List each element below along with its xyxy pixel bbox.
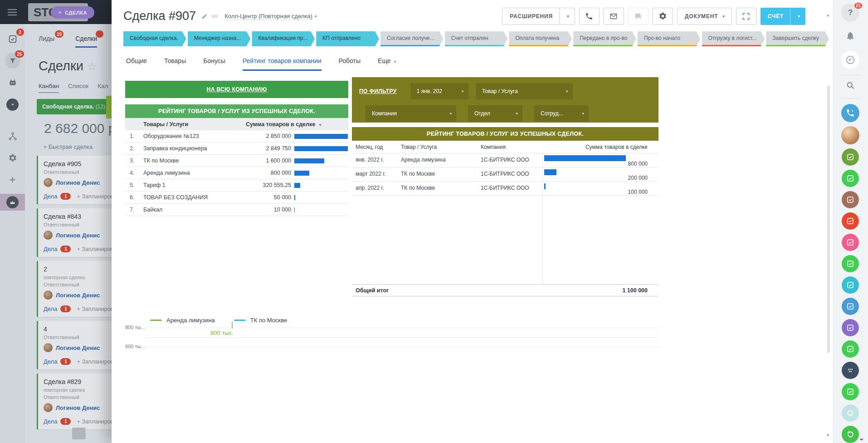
app-checkbox-icon[interactable] bbox=[842, 191, 859, 208]
rating-row[interactable]: 5.Тариф 1320 555,25 bbox=[125, 179, 348, 192]
fullscreen-button[interactable] bbox=[736, 8, 756, 25]
document-button[interactable]: ДОКУМЕНТ ▾ bbox=[677, 8, 732, 25]
stage-5[interactable]: Согласие получе... bbox=[380, 31, 444, 46]
company-rating-column-headers: Товары / Услуги Сумма товаров в сделке ▾ bbox=[125, 118, 348, 130]
deal-tab-6[interactable]: Еще ▾ bbox=[378, 57, 396, 71]
extensions-button[interactable]: РАСШИРЕНИЯ ▾ bbox=[502, 8, 575, 25]
month-cell: март 2022 г. bbox=[352, 167, 401, 181]
col-sum-header[interactable]: Сумма товаров в сделке ▾ bbox=[246, 121, 348, 128]
rating-row[interactable]: 1.Оборудование №1232 850 000 bbox=[125, 130, 348, 143]
invoice-caret-icon[interactable]: ▾ bbox=[790, 8, 805, 25]
rating-row[interactable]: 7.Байкал10 000 bbox=[125, 204, 348, 216]
report-area: НА ВСЮ КОМПАНИЮ РЕЙТИНГ ТОВАРОВ / УСЛУГ … bbox=[125, 77, 805, 349]
stage-4[interactable]: КП отправлено bbox=[316, 31, 379, 46]
copy-link-icon[interactable] bbox=[211, 13, 218, 20]
page-scroll-chevron-icon[interactable]: ⌄ bbox=[858, 434, 864, 442]
invoice-button[interactable]: СЧЁТ ▾ bbox=[761, 8, 805, 25]
by-filter-link[interactable]: ПО ФИЛЬТРУ bbox=[359, 88, 397, 94]
chat-button[interactable] bbox=[628, 8, 649, 25]
edit-pencil-icon[interactable] bbox=[201, 13, 208, 20]
value-bar bbox=[294, 158, 324, 163]
value-bar bbox=[294, 171, 309, 176]
rating-row[interactable]: 4.Аренда лимузина800 000 bbox=[125, 167, 348, 179]
app-checkbox-icon[interactable] bbox=[842, 212, 859, 230]
y-axis-tick-label: 600 ты... bbox=[125, 344, 142, 349]
legend-item[interactable]: ТК по Москве bbox=[234, 317, 287, 324]
user-avatar[interactable] bbox=[841, 126, 859, 144]
app-checkbox-icon[interactable] bbox=[842, 148, 859, 166]
rating-row[interactable]: 3.ТК по Москве1 600 000 bbox=[125, 155, 348, 167]
deal-tab-3[interactable]: Бонусы bbox=[203, 57, 225, 71]
call-button[interactable] bbox=[579, 8, 600, 25]
app-checkbox-icon[interactable] bbox=[842, 234, 859, 251]
filtered-rating-row[interactable]: апр. 2022 г.ТК по Москве1С-БИТРИКС ООО10… bbox=[352, 182, 658, 196]
stage-label: Оплата получена bbox=[515, 35, 559, 41]
filter-dropdown-1[interactable]: 1 янв. 202▾ bbox=[410, 83, 468, 99]
bar-cell bbox=[291, 195, 348, 200]
extensions-label: РАСШИРЕНИЯ bbox=[510, 13, 553, 20]
sort-caret-icon: ▾ bbox=[319, 123, 322, 127]
history-back-icon[interactable] bbox=[842, 426, 859, 443]
filter-dropdown-4[interactable]: Отдел▾ bbox=[468, 105, 522, 122]
scrollbar-thumb[interactable] bbox=[827, 85, 830, 353]
stage-11[interactable]: Завершить сделку bbox=[766, 31, 829, 46]
stage-8[interactable]: Передано в про-во bbox=[573, 31, 636, 46]
settings-button[interactable] bbox=[653, 8, 673, 25]
help-button[interactable]: ? 21 bbox=[841, 4, 859, 22]
extensions-caret-icon[interactable]: ▾ bbox=[559, 8, 575, 25]
row-number: 4. bbox=[125, 170, 139, 176]
product-cell: ТК по Москве bbox=[401, 167, 481, 181]
pinned-apps bbox=[842, 148, 859, 400]
scroll-down-icon[interactable]: ▼ bbox=[826, 433, 830, 438]
filter-value: Отдел bbox=[474, 110, 490, 117]
messenger-icon[interactable] bbox=[841, 51, 859, 69]
app-checkbox-icon[interactable] bbox=[842, 298, 859, 315]
app-dots-app-icon[interactable] bbox=[842, 362, 859, 379]
deal-tab-1[interactable]: Общие bbox=[126, 57, 147, 71]
filter-dropdown-5[interactable]: Сотруд...▾ bbox=[534, 105, 589, 122]
filter-value: Компания bbox=[372, 110, 397, 117]
stage-9[interactable]: Про-во начато bbox=[638, 31, 701, 46]
bar-cell bbox=[291, 183, 348, 188]
value-bar bbox=[294, 195, 295, 200]
app-checkbox-icon[interactable] bbox=[842, 383, 859, 400]
app-checkbox-icon[interactable] bbox=[842, 319, 859, 336]
filtered-rating-panel: ПО ФИЛЬТРУ 1 янв. 202▾Товар / Услуга▾ Ко… bbox=[352, 77, 658, 296]
email-button[interactable] bbox=[604, 8, 624, 25]
filtered-rating-row[interactable]: янв. 2022 г.Аренда лимузина1С-БИТРИКС ОО… bbox=[352, 153, 658, 167]
document-caret-icon: ▾ bbox=[722, 14, 725, 19]
filtered-rating-row[interactable]: март 2022 г.ТК по Москве1С-БИТРИКС ООО20… bbox=[352, 167, 658, 182]
app-checkbox-icon[interactable] bbox=[842, 340, 859, 358]
faded-app-icon[interactable] bbox=[842, 404, 859, 422]
stage-color-strip bbox=[188, 45, 251, 46]
app-checkbox-icon[interactable] bbox=[842, 276, 859, 294]
pipeline-selector[interactable]: Колл-Центр (Повторная сделка) bbox=[224, 13, 312, 20]
deal-actions: РАСШИРЕНИЯ ▾ ДОКУМЕНТ ▾ С bbox=[502, 8, 805, 25]
whole-company-button[interactable]: НА ВСЮ КОМПАНИЮ bbox=[125, 81, 348, 98]
app-checkbox-icon[interactable] bbox=[842, 170, 859, 187]
stage-2[interactable]: Менеджер назна... bbox=[188, 31, 251, 46]
stage-10[interactable]: Отгрузку в логист... bbox=[702, 31, 765, 46]
filter-dropdown-2[interactable]: Товар / Услуга▾ bbox=[476, 83, 573, 99]
rating-row[interactable]: 6.ТОВАР БЕЗ СОЗДАНИЯ50 000 bbox=[125, 192, 348, 204]
stage-color-strip bbox=[766, 45, 829, 46]
sum-value: 100 000 bbox=[628, 189, 648, 195]
deal-tab-2[interactable]: Товары bbox=[164, 57, 186, 71]
legend-item[interactable]: Аренда лимузина bbox=[150, 317, 215, 324]
telephony-button[interactable] bbox=[841, 104, 859, 122]
scroll-up-icon[interactable]: ▲ bbox=[826, 13, 830, 17]
stage-7[interactable]: Оплата получена bbox=[509, 31, 572, 46]
app-checkbox-icon[interactable] bbox=[842, 255, 859, 272]
stage-3[interactable]: Квалификация пр... bbox=[252, 31, 315, 46]
sum-value: 800 000 bbox=[628, 161, 648, 167]
rating-row[interactable]: 2.Заправка кондиционера2 849 750 bbox=[125, 143, 348, 155]
product-cell: ТК по Москве bbox=[401, 182, 481, 195]
deal-tab-4[interactable]: Рейтинг товаров компании bbox=[243, 57, 322, 71]
stage-6[interactable]: Счет отпрален bbox=[445, 31, 508, 46]
search-icon[interactable] bbox=[846, 81, 855, 92]
deal-tab-5[interactable]: Роботы bbox=[339, 57, 361, 71]
notifications-bell-icon[interactable] bbox=[845, 31, 855, 43]
stage-1[interactable]: Свободная сделка. bbox=[123, 31, 186, 46]
grand-total-value: 1 100 000 bbox=[622, 287, 658, 294]
filter-dropdown-3[interactable]: Компания▾ bbox=[366, 105, 456, 122]
